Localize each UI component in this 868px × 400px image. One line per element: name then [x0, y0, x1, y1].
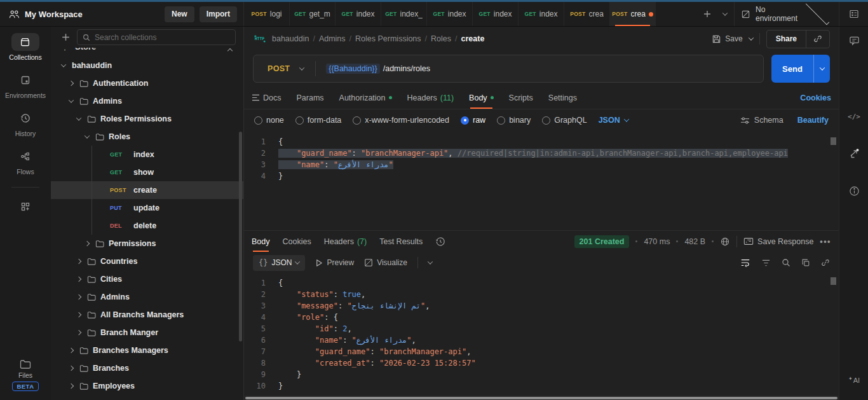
pull-request-button[interactable]: [839, 149, 868, 159]
tab-options-button[interactable]: [716, 2, 734, 26]
postbot-ai-button[interactable]: ✦AI: [839, 376, 868, 384]
save-button[interactable]: Save: [712, 34, 742, 44]
code-button[interactable]: </>: [839, 113, 868, 121]
response-scrollbar[interactable]: [831, 277, 836, 285]
sidebar-item-collections[interactable]: Collections: [9, 33, 41, 61]
response-more-menu[interactable]: •••: [820, 237, 831, 246]
request-body-editor[interactable]: 1 { 2 "guard_name": "branchManager-api",…: [244, 131, 839, 230]
response-time[interactable]: 470 ms: [644, 237, 670, 246]
filter-button[interactable]: [761, 259, 771, 267]
send-button[interactable]: Send: [771, 55, 813, 83]
tab-settings[interactable]: Settings: [548, 86, 577, 109]
response-tab-headers[interactable]: Headers (7): [324, 231, 367, 252]
request-tab[interactable]: POST crea: [610, 2, 656, 26]
tree-request-show[interactable]: GET show: [51, 163, 243, 181]
wrap-text-button[interactable]: [740, 258, 750, 267]
request-tab[interactable]: POST crea: [564, 2, 610, 26]
request-tab[interactable]: GET index: [519, 2, 564, 26]
tree-folder-all-branchs-managers[interactable]: All Branchs Managers: [51, 306, 243, 324]
request-tab[interactable]: POST logi: [244, 2, 290, 26]
tab-body[interactable]: Body: [469, 86, 494, 109]
url-input[interactable]: {{Bahauddin}} /admins/roles: [316, 64, 763, 74]
sidebar-scrollbar[interactable]: [239, 132, 242, 341]
sidebar-item-flows[interactable]: Flows: [11, 148, 39, 176]
tree-folder-branches[interactable]: Branches: [51, 359, 243, 377]
tree-folder-roles-permissions[interactable]: Roles Permissions: [51, 110, 243, 128]
tree-folder-admins[interactable]: Admins: [51, 92, 243, 110]
search-collections-input[interactable]: Search collections: [77, 29, 236, 45]
sidebar-item-more-panels[interactable]: [11, 198, 39, 216]
body-mode-x-www-form-urlencoded[interactable]: x-www-form-urlencoded: [353, 116, 449, 125]
tree-collection-bahauddin[interactable]: bahauddin: [51, 57, 243, 74]
tree-folder-permissions[interactable]: Permissions: [51, 235, 243, 252]
breadcrumb-item[interactable]: bahauddin: [272, 34, 309, 43]
breadcrumb-item[interactable]: Roles: [431, 34, 451, 43]
network-globe-icon[interactable]: [720, 237, 730, 247]
response-size[interactable]: 482 B: [684, 237, 705, 246]
tree-request-delete[interactable]: DEL delete: [51, 217, 243, 235]
tree-request-create[interactable]: POST create: [51, 181, 243, 199]
add-collection-icon[interactable]: [61, 32, 71, 42]
editor-scrollbar[interactable]: [831, 137, 836, 145]
workspace-title[interactable]: My Workspace: [25, 10, 159, 19]
beautify-button[interactable]: Beautify: [797, 116, 829, 125]
tree-folder-employees[interactable]: Employees: [51, 377, 243, 395]
environment-selector[interactable]: No environment: [734, 2, 839, 26]
sidebar-item-history[interactable]: History: [11, 109, 39, 137]
response-link-button[interactable]: [821, 258, 830, 267]
request-tab[interactable]: GET index: [473, 2, 519, 26]
body-mode-GraphQL[interactable]: GraphQL: [542, 116, 587, 125]
status-badge[interactable]: 201 Created: [574, 235, 630, 248]
response-tab-test-results[interactable]: Test Results: [379, 231, 423, 252]
body-mode-form-data[interactable]: form-data: [295, 116, 342, 125]
save-options-chevron[interactable]: [748, 35, 753, 40]
tree-folder-branches-managers[interactable]: Branches Managers: [51, 341, 243, 359]
body-language-selector[interactable]: JSON: [599, 116, 628, 125]
info-button[interactable]: [839, 186, 868, 197]
tree-folder-roles[interactable]: Roles: [51, 128, 243, 146]
body-mode-none[interactable]: none: [254, 116, 284, 125]
response-tab-cookies[interactable]: Cookies: [283, 231, 311, 252]
tree-folder-admins[interactable]: Admins: [51, 288, 243, 306]
tab-params[interactable]: Params: [296, 86, 323, 109]
tree-folder-cities[interactable]: Cities: [51, 270, 243, 288]
clipped-collection-row[interactable]: · Store: [51, 48, 243, 57]
search-response-button[interactable]: [782, 258, 790, 267]
copy-link-button[interactable]: [806, 31, 829, 48]
body-mode-binary[interactable]: binary: [497, 116, 531, 125]
method-selector[interactable]: POST: [254, 64, 315, 73]
tree-folder-authentication[interactable]: Authentication: [51, 74, 243, 92]
import-button[interactable]: Import: [200, 6, 237, 22]
visualize-button[interactable]: Visualize: [364, 258, 407, 267]
tab-scripts[interactable]: Scripts: [509, 86, 533, 109]
response-body-viewer[interactable]: 1 { 2 "status": true, 3 "message": "تم ا…: [244, 273, 839, 396]
tab-docs[interactable]: Docs: [252, 86, 281, 109]
request-tab[interactable]: GET index: [427, 2, 473, 26]
visualize-options-chevron[interactable]: [428, 259, 433, 264]
comment-button[interactable]: [839, 36, 868, 46]
request-tab[interactable]: GET index: [336, 2, 381, 26]
preview-button[interactable]: Preview: [315, 258, 354, 267]
tab-authorization[interactable]: Authorization: [339, 86, 392, 109]
sidebar-item-environments[interactable]: Environments: [5, 71, 46, 99]
tree-folder-branch-manger[interactable]: Branch Manger: [51, 324, 243, 341]
tree-request-index[interactable]: GET index: [51, 146, 243, 163]
tab-headers[interactable]: Headers (11): [407, 86, 454, 109]
body-mode-raw[interactable]: raw: [461, 116, 485, 125]
send-options-button[interactable]: [813, 55, 830, 83]
request-tab[interactable]: GET get_m: [290, 2, 336, 26]
new-tab-button[interactable]: [698, 2, 716, 26]
response-tab-body[interactable]: Body: [252, 231, 270, 252]
schema-button[interactable]: Schema: [740, 116, 783, 125]
tree-folder-countries[interactable]: Countries: [51, 252, 243, 270]
new-button[interactable]: New: [165, 6, 194, 22]
sidebar-item-files[interactable]: Files BETA: [12, 359, 38, 391]
response-history-icon[interactable]: [435, 237, 445, 247]
breadcrumb-item[interactable]: Roles Permissions: [355, 34, 421, 43]
tree-request-update[interactable]: PUT update: [51, 199, 243, 217]
environment-quick-look-button[interactable]: [839, 2, 868, 26]
response-horizontal-scrollbar[interactable]: [244, 396, 839, 400]
breadcrumb-item[interactable]: Admins: [319, 34, 346, 43]
cookies-link[interactable]: Cookies: [800, 93, 831, 102]
response-format-selector[interactable]: {} JSON: [253, 255, 305, 271]
